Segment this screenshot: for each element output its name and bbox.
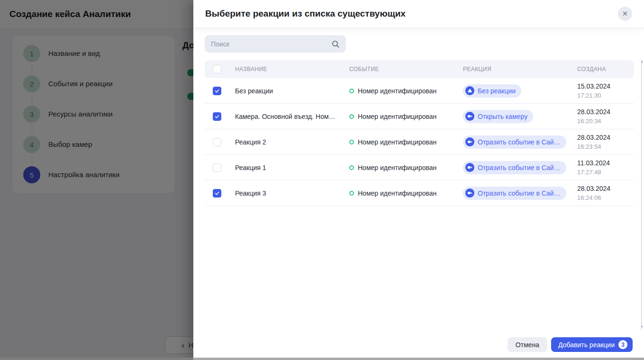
event-cell: Номер идентифицирован: [349, 113, 463, 120]
created-cell: 15.03.2024 17:21:30: [577, 81, 634, 100]
reaction-name: Реакция 3: [235, 189, 349, 197]
created-cell: 11.03.2024 17:27:48: [577, 158, 634, 177]
row-checkbox[interactable]: [213, 189, 221, 198]
reaction-camera-icon: [467, 190, 472, 196]
reaction-badge: Отразить событие в Сай…: [463, 135, 566, 149]
event-label: Номер идентифицирован: [358, 189, 436, 197]
reaction-badge-icon: [465, 163, 474, 172]
table-row[interactable]: Реакция 2 Номер идентифицирован Отразить…: [205, 129, 634, 155]
green-ring-icon: [349, 165, 354, 170]
reaction-badge: Открыть камеру: [463, 110, 533, 123]
green-ring-icon: [349, 140, 354, 144]
table-row[interactable]: Камера. Основной въезд. Ном… Номер идент…: [205, 104, 634, 129]
created-date: 28.03.2024: [577, 133, 634, 142]
column-header-event: СОБЫТИЕ: [349, 66, 463, 72]
column-header-reaction: РЕАКЦИЯ: [463, 66, 577, 72]
table-header-row: НАЗВАНИЕ СОБЫТИЕ РЕАКЦИЯ СОЗДАНА: [205, 60, 634, 78]
reaction-badge: Отразить событие в Сай…: [463, 161, 566, 174]
created-time: 16:23:54: [577, 142, 634, 151]
modal-title: Выберите реакции из списка существующих: [205, 9, 406, 19]
created-date: 11.03.2024: [577, 158, 634, 168]
reaction-name: Без реакции: [235, 87, 349, 95]
table-row[interactable]: Без реакции Номер идентифицирован Без ре…: [205, 78, 634, 104]
green-ring-icon: [349, 114, 354, 119]
reaction-cell: Открыть камеру: [463, 110, 577, 123]
select-reactions-modal: Выберите реакции из списка существующих …: [193, 0, 644, 360]
reaction-badge: Отразить событие в Сай…: [463, 187, 566, 200]
reaction-camera-icon: [467, 139, 472, 144]
add-reactions-label: Добавить реакции: [558, 341, 615, 349]
event-cell: Номер идентифицирован: [349, 87, 463, 95]
add-reactions-button[interactable]: Добавить реакции 3: [551, 337, 633, 352]
cancel-button-label: Отмена: [516, 341, 539, 349]
column-header-name: НАЗВАНИЕ: [235, 66, 349, 72]
reaction-badge-icon: [465, 112, 474, 121]
reaction-label: Без реакции: [478, 87, 516, 95]
event-label: Номер идентифицирован: [358, 87, 436, 95]
created-cell: 28.03.2024 16:24:06: [577, 184, 634, 202]
event-label: Номер идентифицирован: [358, 113, 436, 120]
close-icon: ✕: [622, 9, 628, 18]
created-time: 16:20:34: [577, 117, 634, 126]
search-icon: [331, 40, 340, 48]
event-cell: Номер идентифицирован: [349, 164, 463, 171]
reaction-label: Отразить событие в Сай…: [478, 189, 561, 197]
created-cell: 28.03.2024 16:20:34: [577, 107, 634, 126]
event-label: Номер идентифицирован: [358, 138, 436, 146]
event-cell: Номер идентифицирован: [349, 138, 463, 146]
close-button[interactable]: ✕: [618, 7, 632, 21]
row-checkbox[interactable]: [213, 163, 221, 172]
reaction-label: Открыть камеру: [478, 113, 527, 120]
reaction-badge-icon: [465, 137, 474, 146]
reaction-bell-icon: [467, 88, 472, 93]
reaction-label: Отразить событие в Сай…: [478, 138, 561, 146]
created-time: 16:24:06: [577, 193, 634, 202]
column-header-created: СОЗДАНА: [577, 66, 634, 72]
reaction-badge: Без реакции: [463, 84, 521, 98]
row-checkbox[interactable]: [213, 112, 221, 121]
reaction-name: Камера. Основной въезд. Ном…: [235, 113, 349, 120]
modal-footer: Отмена Добавить реакции 3: [193, 337, 644, 352]
cancel-button[interactable]: Отмена: [508, 337, 547, 352]
reactions-table: НАЗВАНИЕ СОБЫТИЕ РЕАКЦИЯ СОЗДАНА Без реа…: [205, 60, 634, 206]
reaction-cell: Без реакции: [463, 84, 577, 98]
reaction-badge-icon: [465, 189, 474, 198]
vertical-scrollbar[interactable]: [641, 59, 642, 330]
selected-count-badge: 3: [618, 340, 627, 349]
created-date: 15.03.2024: [577, 81, 634, 91]
reaction-cell: Отразить событие в Сай…: [463, 161, 577, 174]
table-row[interactable]: Реакция 3 Номер идентифицирован Отразить…: [205, 180, 634, 206]
table-body: Без реакции Номер идентифицирован Без ре…: [205, 78, 634, 206]
scroll-up-icon[interactable]: ▴: [640, 60, 644, 63]
reaction-name: Реакция 2: [235, 138, 349, 146]
search-input[interactable]: [211, 40, 331, 48]
event-label: Номер идентифицирован: [358, 164, 436, 171]
green-ring-icon: [349, 89, 354, 93]
modal-header: Выберите реакции из списка существующих …: [193, 0, 644, 28]
horizontal-scrollbar[interactable]: [0, 358, 644, 360]
reaction-cell: Отразить событие в Сай…: [463, 187, 577, 200]
reaction-label: Отразить событие в Сай…: [478, 164, 561, 171]
created-time: 17:21:30: [577, 91, 634, 100]
created-time: 17:27:48: [577, 168, 634, 177]
row-checkbox[interactable]: [213, 138, 221, 146]
reaction-name: Реакция 1: [235, 164, 349, 171]
select-all-checkbox[interactable]: [213, 65, 221, 73]
created-cell: 28.03.2024 16:23:54: [577, 133, 634, 151]
created-date: 28.03.2024: [577, 184, 634, 193]
row-checkbox[interactable]: [213, 87, 221, 95]
reaction-camera-icon: [467, 114, 472, 119]
event-cell: Номер идентифицирован: [349, 189, 463, 197]
reaction-badge-icon: [465, 86, 474, 95]
green-ring-icon: [349, 191, 354, 196]
search-box[interactable]: [205, 35, 346, 53]
reaction-cell: Отразить событие в Сай…: [463, 135, 577, 149]
table-row[interactable]: Реакция 1 Номер идентифицирован Отразить…: [205, 155, 634, 180]
scroll-down-icon[interactable]: ▾: [640, 325, 644, 329]
reaction-camera-icon: [467, 165, 472, 170]
created-date: 28.03.2024: [577, 107, 634, 117]
